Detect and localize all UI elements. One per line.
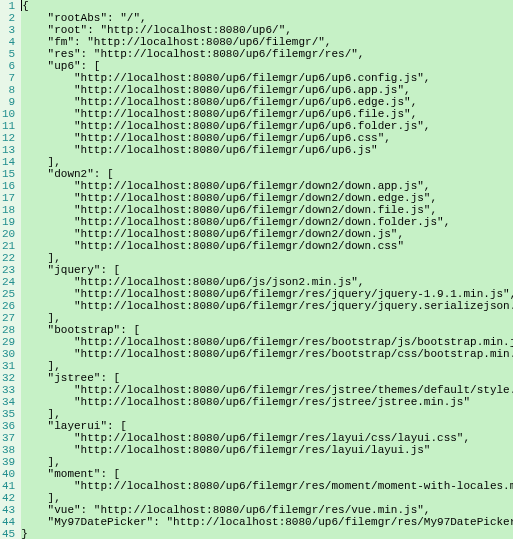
code-line[interactable]: "http://localhost:8080/up6/filemgr/up6/u… xyxy=(21,144,513,156)
line-number: 15 xyxy=(2,168,15,180)
line-number: 29 xyxy=(2,336,15,348)
code-line[interactable]: "http://localhost:8080/up6/filemgr/up6/u… xyxy=(21,120,513,132)
line-number: 23 xyxy=(2,264,15,276)
code-line[interactable]: "http://localhost:8080/up6/filemgr/res/l… xyxy=(21,444,513,456)
line-number: 9 xyxy=(2,96,15,108)
code-line[interactable]: "jstree": [ xyxy=(21,372,513,384)
code-line[interactable]: "My97DatePicker": "http://localhost:8080… xyxy=(21,516,513,528)
code-line[interactable]: "http://localhost:8080/up6/filemgr/res/m… xyxy=(21,480,513,492)
code-line[interactable]: "layerui": [ xyxy=(21,420,513,432)
code-line[interactable]: { xyxy=(21,0,513,12)
code-line[interactable]: ], xyxy=(21,360,513,372)
line-number: 18 xyxy=(2,204,15,216)
code-line[interactable]: "down2": [ xyxy=(21,168,513,180)
line-number: 45 xyxy=(2,528,15,539)
line-number: 19 xyxy=(2,216,15,228)
code-line[interactable]: "bootstrap": [ xyxy=(21,324,513,336)
line-number: 25 xyxy=(2,288,15,300)
code-editor[interactable]: { "rootAbs": "/", "root": "http://localh… xyxy=(21,0,513,539)
line-number: 34 xyxy=(2,396,15,408)
line-number: 38 xyxy=(2,444,15,456)
line-number: 40 xyxy=(2,468,15,480)
code-line[interactable]: "res": "http://localhost:8080/up6/filemg… xyxy=(21,48,513,60)
line-number: 16 xyxy=(2,180,15,192)
line-number: 35 xyxy=(2,408,15,420)
line-number: 41 xyxy=(2,480,15,492)
line-number: 13 xyxy=(2,144,15,156)
code-line[interactable]: "rootAbs": "/", xyxy=(21,12,513,24)
code-line[interactable]: "http://localhost:8080/up6/filemgr/res/j… xyxy=(21,396,513,408)
code-line[interactable]: ], xyxy=(21,492,513,504)
line-number: 42 xyxy=(2,492,15,504)
code-line[interactable]: ], xyxy=(21,156,513,168)
code-line[interactable]: "jquery": [ xyxy=(21,264,513,276)
code-line[interactable]: "http://localhost:8080/up6/js/json2.min.… xyxy=(21,276,513,288)
code-line[interactable]: ], xyxy=(21,408,513,420)
code-line[interactable]: "http://localhost:8080/up6/filemgr/up6/u… xyxy=(21,108,513,120)
line-number: 39 xyxy=(2,456,15,468)
line-number: 4 xyxy=(2,36,15,48)
code-line[interactable]: "http://localhost:8080/up6/filemgr/up6/u… xyxy=(21,132,513,144)
code-line[interactable]: "http://localhost:8080/up6/filemgr/down2… xyxy=(21,228,513,240)
line-number: 33 xyxy=(2,384,15,396)
line-number: 1 xyxy=(2,0,15,12)
line-number: 22 xyxy=(2,252,15,264)
line-number: 44 xyxy=(2,516,15,528)
code-line[interactable]: ], xyxy=(21,456,513,468)
code-line[interactable]: "http://localhost:8080/up6/filemgr/down2… xyxy=(21,204,513,216)
code-line[interactable]: "http://localhost:8080/up6/filemgr/up6/u… xyxy=(21,84,513,96)
line-number: 11 xyxy=(2,120,15,132)
code-line[interactable]: "root": "http://localhost:8080/up6/", xyxy=(21,24,513,36)
line-number: 37 xyxy=(2,432,15,444)
line-number: 3 xyxy=(2,24,15,36)
line-number: 28 xyxy=(2,324,15,336)
text-cursor xyxy=(21,0,22,11)
code-line[interactable]: "http://localhost:8080/up6/filemgr/res/b… xyxy=(21,348,513,360)
code-line[interactable]: "http://localhost:8080/up6/filemgr/res/j… xyxy=(21,288,513,300)
code-line[interactable]: "http://localhost:8080/up6/filemgr/up6/u… xyxy=(21,96,513,108)
line-number: 10 xyxy=(2,108,15,120)
line-number: 30 xyxy=(2,348,15,360)
line-number: 31 xyxy=(2,360,15,372)
code-line[interactable]: "http://localhost:8080/up6/filemgr/down2… xyxy=(21,240,513,252)
code-line[interactable]: "http://localhost:8080/up6/filemgr/down2… xyxy=(21,180,513,192)
line-number: 36 xyxy=(2,420,15,432)
line-number: 27 xyxy=(2,312,15,324)
line-number: 43 xyxy=(2,504,15,516)
line-number: 8 xyxy=(2,84,15,96)
line-number: 6 xyxy=(2,60,15,72)
code-line[interactable]: "fm": "http://localhost:8080/up6/filemgr… xyxy=(21,36,513,48)
line-number: 17 xyxy=(2,192,15,204)
line-number: 7 xyxy=(2,72,15,84)
code-line[interactable]: "http://localhost:8080/up6/filemgr/res/l… xyxy=(21,432,513,444)
code-line[interactable]: "vue": "http://localhost:8080/up6/filemg… xyxy=(21,504,513,516)
code-line[interactable]: "http://localhost:8080/up6/filemgr/down2… xyxy=(21,216,513,228)
code-line[interactable]: "http://localhost:8080/up6/filemgr/up6/u… xyxy=(21,72,513,84)
code-line[interactable]: "http://localhost:8080/up6/filemgr/down2… xyxy=(21,192,513,204)
line-number: 14 xyxy=(2,156,15,168)
code-line[interactable]: } xyxy=(21,528,513,539)
line-number: 32 xyxy=(2,372,15,384)
line-number-gutter: 1234567891011121314151617181920212223242… xyxy=(0,0,21,539)
line-number: 5 xyxy=(2,48,15,60)
code-line[interactable]: "http://localhost:8080/up6/filemgr/res/j… xyxy=(21,384,513,396)
line-number: 24 xyxy=(2,276,15,288)
code-line[interactable]: "http://localhost:8080/up6/filemgr/res/j… xyxy=(21,300,513,312)
line-number: 12 xyxy=(2,132,15,144)
line-number: 21 xyxy=(2,240,15,252)
code-line[interactable]: "http://localhost:8080/up6/filemgr/res/b… xyxy=(21,336,513,348)
line-number: 2 xyxy=(2,12,15,24)
code-line[interactable]: "up6": [ xyxy=(21,60,513,72)
code-line[interactable]: ], xyxy=(21,312,513,324)
code-line[interactable]: ], xyxy=(21,252,513,264)
code-line[interactable]: "moment": [ xyxy=(21,468,513,480)
line-number: 20 xyxy=(2,228,15,240)
line-number: 26 xyxy=(2,300,15,312)
